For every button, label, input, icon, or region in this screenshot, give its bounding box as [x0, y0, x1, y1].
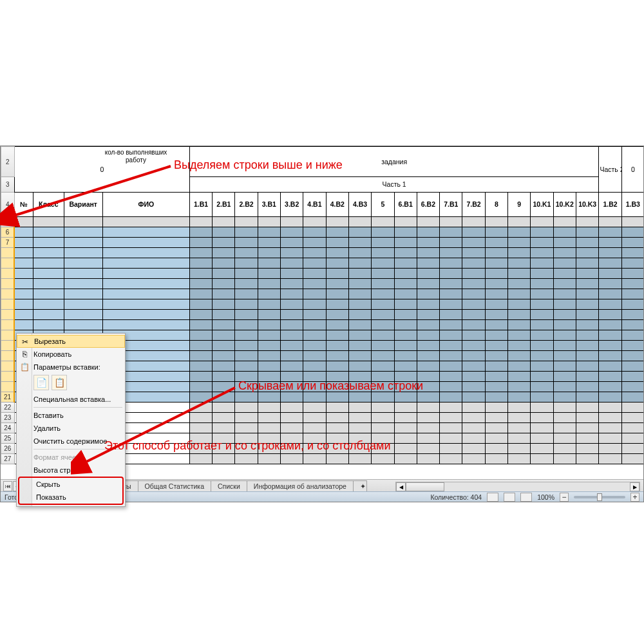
zoom-in-button[interactable]: +: [630, 493, 639, 502]
scroll-right-button[interactable]: ▶: [630, 482, 639, 491]
paste-icon: 📋: [19, 362, 30, 372]
annotation-1: Выделяем строки выше и ниже: [174, 158, 343, 172]
sheet-tab-stats[interactable]: Общая Статистика: [138, 480, 211, 491]
row-header[interactable]: 7: [1, 238, 15, 248]
row-header[interactable]: 27: [1, 454, 15, 464]
copy-icon: ⎘: [19, 349, 30, 359]
cut-icon: ✂: [20, 337, 30, 347]
menu-cut[interactable]: ✂Вырезать: [17, 335, 125, 348]
arrow-2: [71, 374, 245, 477]
view-layout-button[interactable]: [504, 493, 515, 502]
sheet-tab-lists[interactable]: Списки: [211, 480, 247, 491]
view-break-button[interactable]: [520, 493, 532, 502]
paste-option-1-button[interactable]: 📄: [33, 375, 49, 390]
cell[interactable]: Часть 1: [189, 177, 599, 193]
annotation-2: Скрываем или показываем строки: [238, 379, 423, 393]
menu-hide[interactable]: Скрыть: [19, 478, 122, 491]
svg-line-0: [12, 166, 171, 216]
scroll-left-button[interactable]: ◀: [396, 482, 406, 491]
row-header[interactable]: 21: [1, 392, 15, 402]
cell[interactable]: Часть 2: [599, 147, 621, 193]
zoom-level: 100%: [537, 493, 554, 501]
zoom-slider[interactable]: [574, 496, 625, 498]
zoom-out-button[interactable]: −: [560, 493, 569, 502]
row-header[interactable]: 23: [1, 413, 15, 423]
row-header[interactable]: 25: [1, 433, 15, 444]
row-header[interactable]: 26: [1, 444, 15, 454]
menu-paste-params[interactable]: 📋Параметры вставки:: [17, 361, 125, 374]
cell[interactable]: 0: [621, 147, 643, 193]
status-count: Количество: 404: [430, 493, 482, 501]
annotation-3: Этот способ работает и со строками, и со…: [104, 439, 391, 453]
arrow-1: [0, 155, 193, 232]
horizontal-scrollbar[interactable]: ◀ ▶: [395, 482, 640, 492]
tab-first-button[interactable]: ⏮: [3, 481, 12, 491]
row-header[interactable]: 22: [1, 402, 15, 413]
new-sheet-button[interactable]: ✦: [353, 480, 367, 491]
view-normal-button[interactable]: [487, 493, 498, 502]
paste-option-2-button[interactable]: 📋: [52, 375, 67, 390]
sheet-tab-info[interactable]: Информация об анализаторе: [247, 480, 354, 491]
scroll-thumb[interactable]: [406, 482, 444, 491]
menu-show[interactable]: Показать: [19, 491, 122, 504]
row-header[interactable]: 24: [1, 423, 15, 433]
menu-copy[interactable]: ⎘Копировать: [17, 348, 125, 361]
